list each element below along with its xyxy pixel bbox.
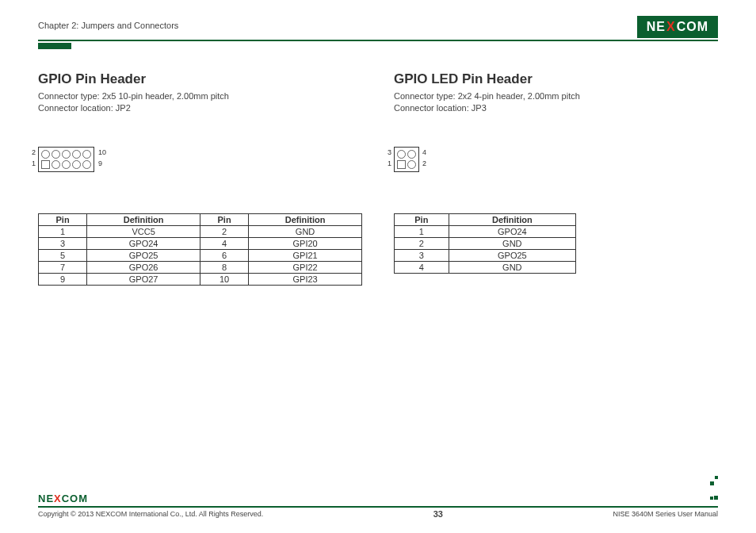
pin-circle	[62, 150, 71, 159]
chapter-title: Chapter 2: Jumpers and Connectors	[38, 16, 178, 30]
right-column: GPIO LED Pin Header Connector type: 2x2 …	[394, 71, 718, 286]
pin-square	[41, 160, 50, 169]
table-cell: 2	[395, 237, 449, 249]
table-cell: GND	[449, 261, 575, 273]
page-header: Chapter 2: Jumpers and Connectors NEXCOM	[38, 16, 718, 41]
table-cell: GPI21	[249, 249, 362, 261]
brand-post: COM	[677, 20, 708, 34]
table-header-row: Pin Definition Pin Definition	[39, 213, 362, 225]
table-row: 4GND	[395, 261, 576, 273]
pin-circle	[82, 160, 91, 169]
table-cell: 5	[39, 249, 87, 261]
table-row: 5GPO256GPI21	[39, 249, 362, 261]
pin-circle	[72, 150, 81, 159]
table-cell: GPI22	[249, 261, 362, 273]
brand-logo: NEXCOM	[637, 16, 718, 38]
accent-bar	[38, 43, 71, 49]
left-pin-table: Pin Definition Pin Definition 1VCC52GND3…	[38, 213, 362, 286]
th-pin: Pin	[200, 213, 248, 225]
th-def: Definition	[249, 213, 362, 225]
pin-circle	[72, 160, 81, 169]
diagram-label: 2	[422, 159, 426, 167]
table-cell: GND	[249, 225, 362, 237]
pin-circle	[62, 160, 71, 169]
table-cell: 8	[200, 261, 248, 273]
manual-name: NISE 3640M Series User Manual	[613, 510, 718, 518]
brand-pre: NE	[38, 493, 54, 504]
table-cell: 1	[395, 225, 449, 237]
diagram-label: 1	[32, 159, 36, 167]
table-row: 1VCC52GND	[39, 225, 362, 237]
diagram-label: 10	[98, 148, 106, 156]
table-cell: GPO24	[87, 237, 200, 249]
table-cell: GPI20	[249, 237, 362, 249]
table-cell: VCC5	[87, 225, 200, 237]
table-row: 3GPO25	[395, 249, 576, 261]
right-conn-type: Connector type: 2x2 4-pin header, 2.00mm…	[394, 90, 718, 102]
page-number: 33	[433, 509, 443, 519]
left-column: GPIO Pin Header Connector type: 2x5 10-p…	[38, 71, 362, 286]
brand-x: X	[54, 493, 62, 504]
table-row: 1GPO24	[395, 225, 576, 237]
page-footer: NEXCOM Copyright © 2013 NEXCOM Internati…	[38, 476, 718, 519]
right-connector-info: Connector type: 2x2 4-pin header, 2.00mm…	[394, 90, 718, 115]
table-cell: 10	[200, 273, 248, 285]
left-conn-loc: Connector location: JP2	[38, 102, 362, 114]
brand-x: X	[666, 20, 676, 34]
pin-circle	[41, 150, 50, 159]
table-cell: GPO24	[449, 225, 575, 237]
pin-row-top	[40, 149, 92, 159]
right-conn-loc: Connector location: JP3	[394, 102, 718, 114]
pin-row-bot	[40, 159, 92, 170]
table-cell: 1	[39, 225, 87, 237]
pin-circle	[52, 160, 60, 169]
table-cell: 2	[200, 225, 248, 237]
copyright-text: Copyright © 2013 NEXCOM International Co…	[38, 510, 263, 518]
table-cell: 3	[39, 237, 87, 249]
table-header-row: Pin Definition	[395, 213, 576, 225]
table-cell: GND	[449, 237, 575, 249]
table-row: 2GND	[395, 237, 576, 249]
right-pin-diagram: 3 1 4 2	[394, 147, 441, 172]
diagram-label: 2	[32, 148, 36, 156]
th-def: Definition	[87, 213, 200, 225]
brand-post: COM	[62, 493, 88, 504]
pin-box	[38, 147, 94, 172]
pin-box	[394, 147, 419, 172]
table-cell: GPI23	[249, 273, 362, 285]
table-cell: 4	[395, 261, 449, 273]
right-pin-table: Pin Definition 1GPO242GND3GPO254GND	[394, 213, 576, 274]
table-row: 3GPO244GPI20	[39, 237, 362, 249]
pin-circle	[82, 150, 91, 159]
th-pin: Pin	[395, 213, 449, 225]
right-title: GPIO LED Pin Header	[394, 71, 718, 87]
table-cell: 6	[200, 249, 248, 261]
table-cell: GPO26	[87, 261, 200, 273]
pin-circle	[397, 150, 406, 159]
table-cell: GPO25	[87, 249, 200, 261]
th-def: Definition	[449, 213, 575, 225]
brand-pre: NE	[647, 20, 666, 34]
pin-circle	[52, 150, 60, 159]
table-cell: GPO27	[87, 273, 200, 285]
pin-row-top	[396, 149, 417, 159]
th-pin: Pin	[39, 213, 87, 225]
diagram-label: 9	[98, 159, 102, 167]
left-connector-info: Connector type: 2x5 10-pin header, 2.00m…	[38, 90, 362, 115]
content-columns: GPIO Pin Header Connector type: 2x5 10-p…	[38, 71, 718, 286]
table-cell: GPO25	[449, 249, 575, 261]
left-title: GPIO Pin Header	[38, 71, 362, 87]
corner-mark-icon	[709, 476, 718, 504]
table-row: 7GPO268GPI22	[39, 261, 362, 273]
pin-circle	[407, 150, 416, 159]
diagram-label: 4	[422, 148, 426, 156]
table-cell: 9	[39, 273, 87, 285]
pin-square	[397, 160, 406, 169]
table-row: 9GPO2710GPI23	[39, 273, 362, 285]
footer-logo: NEXCOM	[38, 493, 88, 504]
pin-row-bot	[396, 159, 417, 170]
diagram-label: 3	[388, 148, 391, 156]
pin-circle	[407, 160, 416, 169]
diagram-label: 1	[388, 159, 391, 167]
table-cell: 3	[395, 249, 449, 261]
